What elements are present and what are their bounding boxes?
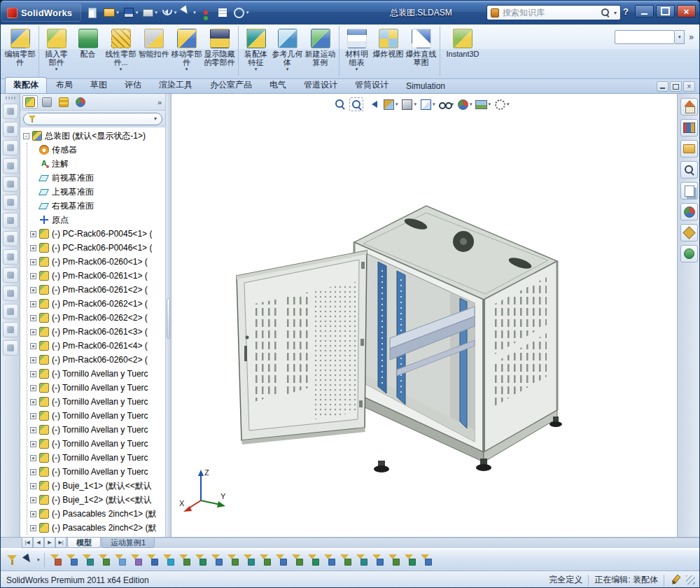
previous-view-icon[interactable] xyxy=(365,97,380,112)
display-style-icon[interactable]: ▾ xyxy=(418,97,436,112)
zoom-area-icon[interactable] xyxy=(349,97,364,112)
tab-electrical[interactable]: 电气 xyxy=(261,77,295,93)
file-explorer-icon[interactable] xyxy=(680,140,698,158)
expander-icon[interactable] xyxy=(30,427,36,433)
tree-item[interactable]: (-) Pm-Rack06-0262<1> ( xyxy=(27,297,165,311)
tree-item[interactable]: (-) Buje_1<1> (默认<<默认 xyxy=(27,479,165,493)
tab-model[interactable]: 模型 xyxy=(67,538,101,548)
tree-item[interactable]: 传感器 xyxy=(27,143,165,157)
exploded-view-button[interactable]: 爆炸视图 xyxy=(372,26,405,76)
view-palette-icon[interactable] xyxy=(680,182,698,200)
view-orientation-icon[interactable] xyxy=(3,195,18,210)
expander-icon[interactable] xyxy=(30,525,36,531)
splitter-handle[interactable] xyxy=(167,298,170,339)
expander-icon[interactable] xyxy=(30,273,36,279)
filter-surface-bodies-icon[interactable] xyxy=(113,553,127,567)
hide-show-items-icon[interactable]: ▾ xyxy=(437,97,455,112)
search-dropdown-caret-icon[interactable]: ▾ xyxy=(614,10,617,16)
toolbar-overflow-chevron-icon[interactable] xyxy=(687,32,695,42)
view-orientation-icon[interactable]: ▾ xyxy=(400,97,418,112)
expander-icon[interactable] xyxy=(30,455,36,461)
close-button[interactable] xyxy=(677,5,696,18)
expander-icon[interactable] xyxy=(30,231,36,237)
expander-icon[interactable] xyxy=(30,329,36,335)
insert-component-button[interactable]: 插入零部件 ▾ xyxy=(38,26,71,76)
tab-motion-study-1[interactable]: 运动算例1 xyxy=(102,538,155,548)
filter-geometric-tolerances-icon[interactable] xyxy=(290,553,304,567)
tree-item[interactable]: 注解 xyxy=(27,157,165,171)
panel-splitter[interactable] xyxy=(166,94,172,537)
expander-icon[interactable] xyxy=(30,511,36,517)
command-search-combo[interactable] xyxy=(615,30,675,44)
filter-datum-targets-icon[interactable] xyxy=(355,553,369,567)
tree-item[interactable]: (-) Pm-Rack06-0260<2> ( xyxy=(27,353,165,367)
last-tab-icon[interactable] xyxy=(55,538,66,548)
graphics-viewport[interactable]: ▾ ▾ ▾ ▾ ▾ xyxy=(172,94,677,537)
section-view-icon[interactable]: ▾ xyxy=(381,97,399,112)
smart-fasteners-button[interactable]: 智能扣件 xyxy=(137,26,170,76)
filter-vertices-icon[interactable] xyxy=(65,553,79,567)
hide-show-icon[interactable] xyxy=(3,231,18,246)
apply-scene-icon[interactable]: ▾ xyxy=(474,97,492,112)
knowledge-search-box[interactable]: 搜索知识库 ▾ xyxy=(486,5,621,20)
move-component-button[interactable]: 移动零部件 ▾ xyxy=(170,26,203,76)
filter-planes-icon[interactable] xyxy=(162,553,176,567)
tree-item[interactable]: (-) Pasacables 2inch<1> (默 xyxy=(27,507,165,521)
select-tool-icon[interactable] xyxy=(3,104,18,119)
filter-faces-icon[interactable] xyxy=(97,553,111,567)
tree-item[interactable]: (-) Pm-Rack06-0261<4> ( xyxy=(27,339,165,353)
expander-icon[interactable] xyxy=(30,357,36,363)
tree-item[interactable]: 原点 xyxy=(27,213,165,227)
section-view-icon[interactable] xyxy=(3,176,18,192)
tab-scroll-track[interactable] xyxy=(156,538,700,548)
reference-geometry-button[interactable]: 参考几何体 ▾ xyxy=(271,26,304,76)
filter-blocks-icon[interactable] xyxy=(371,553,385,567)
filter-routing-points-icon[interactable] xyxy=(419,553,433,567)
edit-appearance-icon[interactable]: ▾ xyxy=(455,97,473,112)
tree-item[interactable]: (-) Pm-Rack06-0260<1> ( xyxy=(27,255,165,269)
expander-icon[interactable] xyxy=(30,441,36,447)
previous-view-icon[interactable] xyxy=(3,158,18,174)
tree-item[interactable]: (-) Tornillo Avellan y Tuerc xyxy=(27,423,165,437)
featuremanager-tab[interactable] xyxy=(22,95,38,108)
tree-item[interactable]: 前视基准面 xyxy=(27,171,165,185)
expander-icon[interactable] xyxy=(30,287,36,293)
expander-icon[interactable] xyxy=(30,399,36,405)
new-file-icon[interactable] xyxy=(85,6,100,20)
filter-connection-points-icon[interactable] xyxy=(403,553,417,567)
tree-item[interactable]: (-) Pm-Rack06-0261<3> ( xyxy=(27,325,165,339)
filter-weld-symbols-icon[interactable] xyxy=(339,553,353,567)
tab-evaluate[interactable]: 评估 xyxy=(116,77,150,93)
filter-sketch-points-icon[interactable] xyxy=(178,553,192,567)
document-recovery-icon[interactable] xyxy=(680,245,698,262)
tree-item[interactable]: (-) Tornillo Avellan y Tuerc xyxy=(27,395,165,409)
filter-dimensions-icon[interactable] xyxy=(258,553,272,567)
explode-line-sketch-button[interactable]: 爆炸直线草图 xyxy=(405,26,438,76)
annotations-tool-icon[interactable] xyxy=(3,286,18,301)
tree-item[interactable]: (-) PC-Rack06-P0045<1> ( xyxy=(27,227,165,241)
tree-item[interactable]: (-) Tornillo Avellan y Tuerc xyxy=(27,409,165,423)
filter-sketch-segments-icon[interactable] xyxy=(194,553,208,567)
collapse-toolbar-button[interactable] xyxy=(657,81,668,92)
tree-item[interactable]: (-) Tornillo Avellan y Tuerc xyxy=(27,465,165,479)
appearances-scenes-icon[interactable] xyxy=(680,203,698,220)
instant3d-button[interactable]: Instant3D xyxy=(440,26,483,76)
tree-item[interactable]: (-) Tornillo Avellan y Tuerc xyxy=(27,367,165,381)
apply-scene-icon[interactable] xyxy=(3,267,18,283)
tree-root-item[interactable]: 总装图 (默认<显示状态-1>) xyxy=(20,129,165,143)
displaymanager-tab[interactable] xyxy=(73,95,88,108)
open-file-icon[interactable]: ▾ xyxy=(102,6,120,20)
help-button[interactable]: ? xyxy=(619,6,633,17)
edit-appearance-icon[interactable] xyxy=(3,249,18,265)
select-dropdown-caret-icon[interactable]: ▾ xyxy=(37,557,40,563)
tree-item[interactable]: (-) PC-Rack06-P0046<1> ( xyxy=(27,241,165,255)
expander-icon[interactable] xyxy=(30,245,36,251)
close-toolbar-button[interactable] xyxy=(683,81,695,92)
tree-filter-input[interactable] xyxy=(23,113,162,125)
filter-axes-icon[interactable] xyxy=(146,553,160,567)
tree-item[interactable]: (-) Pm-Rack06-0262<2> ( xyxy=(27,311,165,325)
mate-button[interactable]: 配合 xyxy=(71,26,104,76)
tab-assembly[interactable]: 装配体 xyxy=(5,77,47,93)
tree-item[interactable]: (-) Tornillo Avellan y Tuerc xyxy=(27,437,165,451)
tree-item[interactable]: (-) Pasacables 2inch<2> (默 xyxy=(27,521,165,535)
